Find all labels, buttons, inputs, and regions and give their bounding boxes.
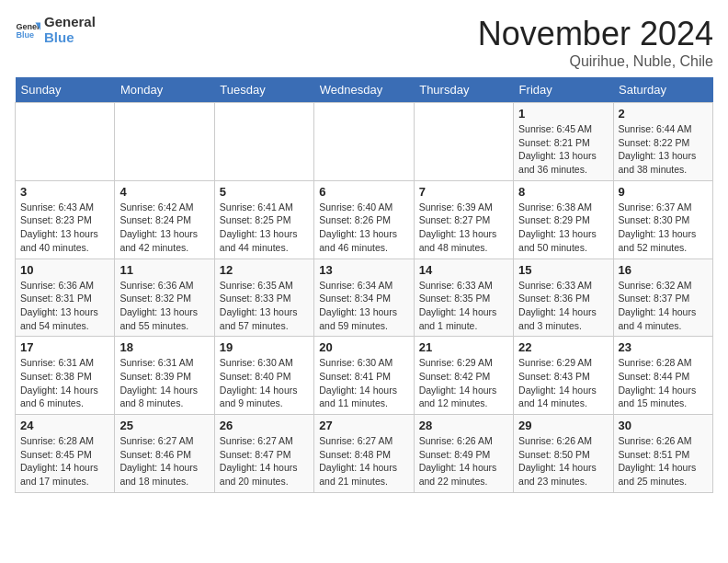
day-info: Sunrise: 6:31 AM Sunset: 8:38 PM Dayligh… [20,356,109,410]
logo-general: General [44,15,96,30]
day-info: Sunrise: 6:36 AM Sunset: 8:31 PM Dayligh… [20,279,109,333]
day-info: Sunrise: 6:45 AM Sunset: 8:21 PM Dayligh… [518,122,608,177]
logo-icon: General Blue [15,17,40,43]
day-number: 17 [20,340,109,354]
day-number: 13 [319,263,408,277]
day-number: 12 [220,263,309,277]
day-number: 29 [518,419,608,432]
logo: General Blue General Blue [15,15,96,45]
week-row-5: 24Sunrise: 6:28 AM Sunset: 8:45 PM Dayli… [16,415,713,493]
header: General Blue General Blue November 2024 … [15,15,713,70]
day-number: 11 [119,263,209,277]
calendar-cell: 20Sunrise: 6:30 AM Sunset: 8:41 PM Dayli… [314,337,414,415]
calendar-cell: 5Sunrise: 6:41 AM Sunset: 8:25 PM Daylig… [214,180,313,259]
day-number: 8 [518,185,608,199]
calendar-cell [115,103,214,181]
calendar-cell: 12Sunrise: 6:35 AM Sunset: 8:33 PM Dayli… [214,259,313,337]
location-subtitle: Quirihue, Nuble, Chile [478,53,713,70]
calendar-cell: 22Sunrise: 6:29 AM Sunset: 8:43 PM Dayli… [514,337,613,415]
day-info: Sunrise: 6:40 AM Sunset: 8:26 PM Dayligh… [319,201,408,255]
day-info: Sunrise: 6:38 AM Sunset: 8:29 PM Dayligh… [518,201,608,255]
day-number: 10 [20,263,109,277]
calendar-cell: 29Sunrise: 6:26 AM Sunset: 8:50 PM Dayli… [514,415,613,493]
day-info: Sunrise: 6:39 AM Sunset: 8:27 PM Dayligh… [419,201,508,255]
day-info: Sunrise: 6:33 AM Sunset: 8:35 PM Dayligh… [419,279,508,333]
weekday-header-monday: Monday [115,77,214,103]
weekday-header-sunday: Sunday [16,77,115,103]
week-row-4: 17Sunrise: 6:31 AM Sunset: 8:38 PM Dayli… [16,337,713,415]
day-info: Sunrise: 6:30 AM Sunset: 8:41 PM Dayligh… [319,356,408,410]
calendar-cell: 11Sunrise: 6:36 AM Sunset: 8:32 PM Dayli… [115,259,214,337]
title-area: November 2024 Quirihue, Nuble, Chile [478,15,713,70]
calendar-cell: 4Sunrise: 6:42 AM Sunset: 8:24 PM Daylig… [115,180,214,259]
calendar-cell: 17Sunrise: 6:31 AM Sunset: 8:38 PM Dayli… [16,337,115,415]
calendar-cell: 13Sunrise: 6:34 AM Sunset: 8:34 PM Dayli… [314,259,414,337]
day-number: 4 [119,185,209,199]
day-number: 21 [419,340,508,354]
day-info: Sunrise: 6:37 AM Sunset: 8:30 PM Dayligh… [619,201,708,255]
calendar-cell: 3Sunrise: 6:43 AM Sunset: 8:23 PM Daylig… [16,180,115,259]
day-number: 9 [619,185,708,199]
week-row-1: 1Sunrise: 6:45 AM Sunset: 8:21 PM Daylig… [16,103,713,181]
calendar-cell: 27Sunrise: 6:27 AM Sunset: 8:48 PM Dayli… [314,415,414,493]
day-number: 20 [319,340,408,354]
calendar-cell: 6Sunrise: 6:40 AM Sunset: 8:26 PM Daylig… [314,180,414,259]
day-info: Sunrise: 6:43 AM Sunset: 8:23 PM Dayligh… [20,201,109,255]
day-info: Sunrise: 6:28 AM Sunset: 8:44 PM Dayligh… [619,356,708,410]
day-number: 1 [518,107,608,121]
calendar-cell: 1Sunrise: 6:45 AM Sunset: 8:21 PM Daylig… [514,103,613,181]
day-number: 14 [419,263,508,277]
day-number: 3 [20,185,109,199]
day-number: 24 [20,419,109,432]
calendar-cell: 24Sunrise: 6:28 AM Sunset: 8:45 PM Dayli… [16,415,115,493]
calendar-cell: 15Sunrise: 6:33 AM Sunset: 8:36 PM Dayli… [514,259,613,337]
calendar-cell: 10Sunrise: 6:36 AM Sunset: 8:31 PM Dayli… [16,259,115,337]
day-info: Sunrise: 6:33 AM Sunset: 8:36 PM Dayligh… [518,279,608,333]
day-info: Sunrise: 6:41 AM Sunset: 8:25 PM Dayligh… [220,201,309,255]
weekday-header-thursday: Thursday [414,77,513,103]
day-number: 30 [619,419,708,432]
calendar-cell: 7Sunrise: 6:39 AM Sunset: 8:27 PM Daylig… [414,180,513,259]
day-info: Sunrise: 6:42 AM Sunset: 8:24 PM Dayligh… [119,201,209,255]
calendar-cell [414,103,513,181]
weekday-header-friday: Friday [514,77,613,103]
calendar-cell [314,103,414,181]
day-info: Sunrise: 6:44 AM Sunset: 8:22 PM Dayligh… [619,122,708,177]
calendar-cell: 26Sunrise: 6:27 AM Sunset: 8:47 PM Dayli… [214,415,313,493]
day-number: 25 [119,419,209,432]
day-info: Sunrise: 6:27 AM Sunset: 8:48 PM Dayligh… [319,434,408,488]
day-number: 18 [119,340,209,354]
calendar-table: SundayMondayTuesdayWednesdayThursdayFrid… [15,77,713,493]
day-info: Sunrise: 6:34 AM Sunset: 8:34 PM Dayligh… [319,279,408,333]
day-info: Sunrise: 6:31 AM Sunset: 8:39 PM Dayligh… [119,356,209,410]
week-row-2: 3Sunrise: 6:43 AM Sunset: 8:23 PM Daylig… [16,180,713,259]
calendar-cell: 30Sunrise: 6:26 AM Sunset: 8:51 PM Dayli… [613,415,712,493]
day-info: Sunrise: 6:26 AM Sunset: 8:49 PM Dayligh… [419,434,508,488]
day-info: Sunrise: 6:27 AM Sunset: 8:46 PM Dayligh… [119,434,209,488]
calendar-cell [16,103,115,181]
day-number: 2 [619,107,708,121]
logo-blue: Blue [44,30,96,46]
calendar-cell: 16Sunrise: 6:32 AM Sunset: 8:37 PM Dayli… [613,259,712,337]
day-info: Sunrise: 6:30 AM Sunset: 8:40 PM Dayligh… [220,356,309,410]
day-info: Sunrise: 6:35 AM Sunset: 8:33 PM Dayligh… [220,279,309,333]
day-info: Sunrise: 6:26 AM Sunset: 8:51 PM Dayligh… [619,434,708,488]
calendar-cell: 23Sunrise: 6:28 AM Sunset: 8:44 PM Dayli… [613,337,712,415]
calendar-cell: 28Sunrise: 6:26 AM Sunset: 8:49 PM Dayli… [414,415,513,493]
weekday-header-wednesday: Wednesday [314,77,414,103]
day-info: Sunrise: 6:36 AM Sunset: 8:32 PM Dayligh… [119,279,209,333]
calendar-cell: 8Sunrise: 6:38 AM Sunset: 8:29 PM Daylig… [514,180,613,259]
month-title: November 2024 [478,15,713,53]
week-row-3: 10Sunrise: 6:36 AM Sunset: 8:31 PM Dayli… [16,259,713,337]
day-number: 7 [419,185,508,199]
day-info: Sunrise: 6:29 AM Sunset: 8:43 PM Dayligh… [518,356,608,410]
day-number: 6 [319,185,408,199]
calendar-cell: 25Sunrise: 6:27 AM Sunset: 8:46 PM Dayli… [115,415,214,493]
weekday-header-tuesday: Tuesday [214,77,313,103]
weekday-header-row: SundayMondayTuesdayWednesdayThursdayFrid… [16,77,713,103]
day-info: Sunrise: 6:29 AM Sunset: 8:42 PM Dayligh… [419,356,508,410]
calendar-cell: 2Sunrise: 6:44 AM Sunset: 8:22 PM Daylig… [613,103,712,181]
day-number: 16 [619,263,708,277]
calendar-cell [214,103,313,181]
day-number: 26 [220,419,309,432]
